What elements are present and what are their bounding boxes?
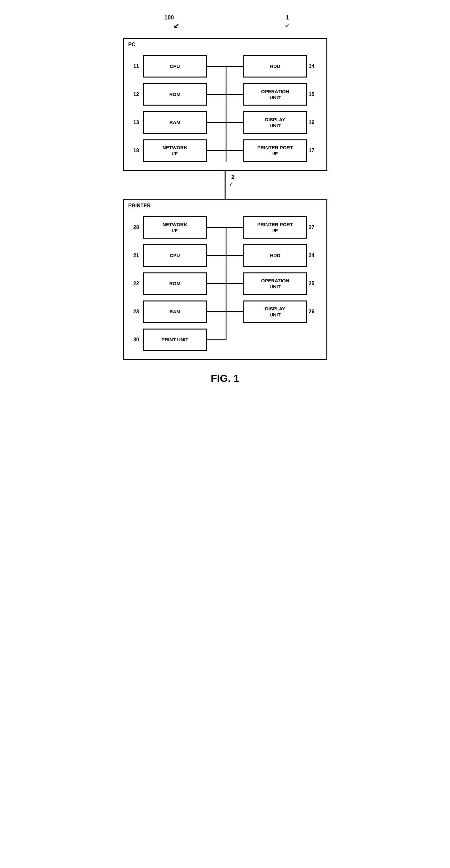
pc-hdd-number: 14	[307, 63, 317, 69]
printer-network-box: NETWORKI/F	[143, 216, 207, 239]
arrow-2: ↙	[229, 181, 233, 187]
printer-display-box: DISPLAYUNIT	[243, 301, 307, 323]
pc-connections-svg	[207, 55, 245, 162]
printer-label: PRINTER	[129, 203, 151, 209]
connection-line	[225, 170, 225, 199]
printer-operation-box: OPERATIONUNIT	[243, 272, 307, 295]
printer-cpu-row: 21 CPU	[134, 244, 207, 267]
printer-operation-number: 25	[307, 281, 317, 286]
page-container: 100 ↙ 1 ↙ PC 11 CPU 12 ROM	[113, 6, 337, 397]
arrow-1: ↙	[285, 22, 290, 29]
pc-display-box: DISPLAYUNIT	[243, 111, 307, 134]
printer-components-grid: 28 NETWORKI/F 21 CPU 22 ROM 23 RAM	[134, 216, 317, 351]
printer-rom-box: ROM	[143, 272, 207, 295]
pc-printerport-number: 17	[307, 148, 317, 153]
printer-cpu-box: CPU	[143, 244, 207, 267]
printer-printunit-number: 30	[134, 337, 143, 343]
pc-hdd-row: HDD 14	[243, 55, 317, 78]
pc-diagram-wrapper: PC 11 CPU 12 ROM 13 RAM	[123, 38, 327, 170]
printer-left-col: 28 NETWORKI/F 21 CPU 22 ROM 23 RAM	[134, 216, 207, 351]
pc-rom-row: 12 ROM	[134, 83, 207, 105]
system-label: 100	[165, 14, 174, 21]
pc-rom-number: 12	[134, 92, 143, 97]
printer-operation-row: OPERATIONUNIT 25	[243, 272, 317, 295]
top-labels: 100 ↙ 1 ↙	[113, 13, 337, 38]
pc-rom-box: ROM	[143, 83, 207, 105]
printer-display-number: 26	[307, 309, 317, 314]
pc-box: PC 11 CPU 12 ROM 13 RAM	[123, 38, 327, 170]
printer-diagram-wrapper: PRINTER 28 NETWORKI/F 21 CPU 22	[123, 199, 327, 360]
pc-cpu-row: 11 CPU	[134, 55, 207, 78]
printer-printunit-box: PRINT UNIT	[143, 329, 207, 351]
pc-network-number: 18	[134, 148, 143, 153]
pc-network-box: NETWORKI/F	[143, 140, 207, 162]
pc-printerport-row: PRINTER PORTI/F 17	[243, 140, 317, 162]
printer-ram-box: RAM	[143, 301, 207, 323]
pc-ram-box: RAM	[143, 111, 207, 134]
printer-printerport-number: 27	[307, 224, 317, 230]
printer-printunit-row: 30 PRINT UNIT	[134, 329, 207, 351]
printer-display-row: DISPLAYUNIT 26	[243, 301, 317, 323]
label-2: 2	[231, 174, 235, 181]
printer-cpu-number: 21	[134, 253, 143, 258]
printer-hdd-row: HDD 24	[243, 244, 317, 267]
printer-ram-row: 23 RAM	[134, 301, 207, 323]
pc-operation-box: OPERATIONUNIT	[243, 83, 307, 105]
pc-left-col: 11 CPU 12 ROM 13 RAM 18 NETWORKI/F	[134, 55, 207, 162]
printer-hdd-number: 24	[307, 253, 317, 258]
pc-display-number: 16	[307, 120, 317, 125]
arrow-100: ↙	[173, 22, 179, 30]
printer-rom-number: 22	[134, 281, 143, 286]
pc-printerport-box: PRINTER PORTI/F	[243, 140, 307, 162]
fig-label: FIG. 1	[211, 373, 239, 384]
pc-right-col: HDD 14 OPERATIONUNIT 15 DISPLAYUNIT 16 P…	[243, 55, 317, 162]
pc-hdd-box: HDD	[243, 55, 307, 78]
printer-network-number: 28	[134, 224, 143, 230]
pc-ram-number: 13	[134, 120, 143, 125]
pc-network-row: 18 NETWORKI/F	[134, 140, 207, 162]
pc-cpu-number: 11	[134, 63, 143, 69]
pc-cpu-box: CPU	[143, 55, 207, 78]
printer-network-row: 28 NETWORKI/F	[134, 216, 207, 239]
printer-connections-svg	[207, 216, 245, 351]
pc-operation-number: 15	[307, 92, 317, 97]
pc-display-row: DISPLAYUNIT 16	[243, 111, 317, 134]
pc-label: PC	[129, 42, 135, 48]
pc-components-grid: 11 CPU 12 ROM 13 RAM 18 NETWORKI/F	[134, 55, 317, 162]
pc-ram-row: 13 RAM	[134, 111, 207, 134]
inter-connection: 2 ↙	[123, 170, 327, 199]
printer-printerport-row: PRINTER PORTI/F 27	[243, 216, 317, 239]
printer-hdd-box: HDD	[243, 244, 307, 267]
printer-printerport-box: PRINTER PORTI/F	[243, 216, 307, 239]
pc-box-label: 1	[285, 14, 289, 21]
printer-right-col: PRINTER PORTI/F 27 HDD 24 OPERATIONUNIT …	[243, 216, 317, 323]
printer-box: PRINTER 28 NETWORKI/F 21 CPU 22	[123, 199, 327, 360]
printer-rom-row: 22 ROM	[134, 272, 207, 295]
pc-operation-row: OPERATIONUNIT 15	[243, 83, 317, 105]
printer-ram-number: 23	[134, 309, 143, 314]
